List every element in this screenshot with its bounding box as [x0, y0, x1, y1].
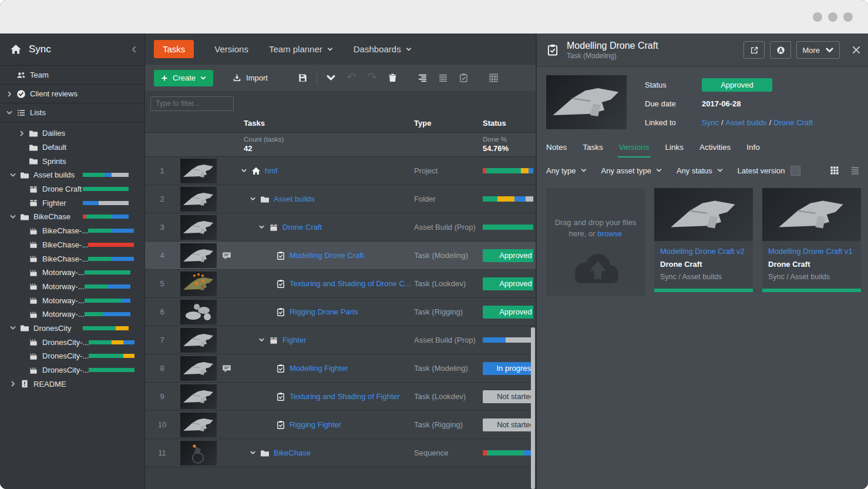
table-row[interactable]: 11BikeChaseSequence — [145, 439, 536, 467]
row-link[interactable]: Modelling Drone Craft — [290, 251, 364, 260]
grid-dots-icon[interactable] — [830, 166, 839, 175]
row-link[interactable]: Asset builds — [274, 195, 315, 203]
tab-team-planner[interactable]: Team planner — [269, 44, 333, 54]
version-title-link[interactable]: Modelling Drone Craft v1 — [768, 247, 855, 256]
redo-icon[interactable]: ↷ — [367, 73, 377, 83]
sidebar-item-bikechase-[interactable]: BikeChase-... — [0, 238, 144, 252]
table-row[interactable]: 5Texturing and Shading of Drone C...Task… — [145, 270, 536, 298]
sidebar-item-asset-builds[interactable]: Asset builds — [0, 168, 144, 182]
sidebar-item-bikechase-[interactable]: BikeChase-... — [0, 252, 144, 266]
panel-tab-notes[interactable]: Notes — [546, 143, 567, 158]
chevron-down-icon[interactable] — [6, 109, 16, 116]
row-link[interactable]: Drone Craft — [282, 223, 322, 232]
row-thumbnail[interactable] — [180, 328, 217, 353]
panel-tab-links[interactable]: Links — [665, 143, 684, 158]
column-header-status[interactable]: Status — [483, 119, 506, 128]
open-in-new-button[interactable] — [743, 41, 765, 59]
status-badge[interactable]: In progress — [483, 362, 533, 375]
sidebar-item-dronescity-[interactable]: DronesCity-... — [0, 363, 144, 377]
sidebar-item-readme[interactable]: README — [0, 377, 144, 391]
chevron-down-icon[interactable] — [9, 213, 20, 220]
tab-dashboards[interactable]: Dashboards — [354, 44, 412, 54]
sidebar-item-sprints[interactable]: Sprints — [0, 154, 144, 168]
row-thumbnail[interactable] — [180, 384, 217, 409]
table-grid-icon[interactable] — [489, 73, 499, 83]
table-row[interactable]: 8Modelling FighterTask (Modeling)In prog… — [145, 354, 536, 383]
table-row[interactable]: 1hmfProject — [145, 157, 536, 185]
row-link[interactable]: Texturing and Shading of Fighter — [290, 392, 400, 401]
panel-tab-info[interactable]: Info — [746, 143, 760, 158]
more-button[interactable]: More — [796, 41, 840, 59]
sidebar-item-default[interactable]: Default — [0, 140, 144, 155]
row-link[interactable]: Modelling Fighter — [290, 364, 348, 373]
undo-icon[interactable]: ↶ — [346, 73, 356, 83]
chevron-down-icon[interactable] — [258, 337, 265, 343]
panel-tab-versions[interactable]: Versions — [619, 143, 650, 158]
breadcrumb-link[interactable]: Drone Craft — [773, 118, 813, 127]
table-row[interactable]: 2Asset buildsFolder — [145, 185, 536, 213]
status-badge[interactable]: Approved — [483, 306, 533, 319]
chevron-right-icon[interactable] — [18, 130, 29, 137]
filter-dropdown-any-type[interactable]: Any type — [546, 166, 587, 175]
row-thumbnail[interactable] — [180, 159, 217, 183]
sidebar-collapse-icon[interactable] — [130, 46, 137, 53]
comment-icon[interactable] — [221, 250, 232, 261]
row-thumbnail[interactable] — [180, 441, 217, 465]
sidebar-item-motorway-[interactable]: Motorway-... — [0, 293, 144, 307]
sidebar-item-dailies[interactable]: Dailies — [0, 126, 144, 140]
table-row[interactable]: 6Rigging Drone PartsTask (Rigging)Approv… — [145, 298, 536, 326]
filter-dropdown-any-status[interactable]: Any status — [677, 166, 723, 175]
row-thumbnail[interactable] — [180, 300, 217, 324]
table-row[interactable]: 4Modelling Drone CraftTask (Modeling)App… — [145, 242, 536, 270]
sidebar-item-lists[interactable]: Lists — [0, 103, 144, 122]
justify-lines-icon[interactable] — [438, 73, 448, 83]
chevron-down-icon[interactable] — [250, 196, 256, 202]
row-thumbnail[interactable] — [180, 413, 217, 437]
chevron-down-icon[interactable] — [9, 324, 20, 331]
row-link[interactable]: hmf — [265, 166, 278, 175]
version-title-link[interactable]: Modelling Drone Craft v2 — [660, 247, 747, 256]
auto-update-button[interactable] — [770, 41, 791, 59]
latest-version-toggle[interactable]: Latest version — [738, 166, 800, 176]
version-card[interactable]: Modelling Drone Craft v1Drone CraftSync … — [762, 188, 861, 292]
row-thumbnail[interactable] — [180, 272, 217, 296]
chevron-down-icon[interactable] — [241, 168, 247, 174]
row-link[interactable]: Rigging Fighter — [290, 420, 341, 429]
sidebar-item-client-reviews[interactable]: Client reviews — [0, 85, 144, 103]
sidebar-item-dronescity[interactable]: DronesCity — [0, 321, 144, 336]
row-thumbnail[interactable] — [180, 356, 217, 381]
table-row[interactable]: 7FighterAsset Build (Prop) — [145, 326, 536, 354]
chevron-down-icon[interactable] — [258, 224, 265, 230]
status-badge[interactable]: Approved — [483, 249, 533, 262]
vertical-scrollbar[interactable] — [531, 327, 535, 489]
status-badge[interactable]: Not started — [483, 418, 533, 431]
task-thumbnail[interactable] — [546, 75, 627, 129]
comment-icon[interactable] — [221, 363, 232, 374]
sidebar-item-dronescity-[interactable]: DronesCity-... — [0, 349, 144, 363]
window-control-dot[interactable] — [828, 12, 837, 22]
close-panel-icon[interactable] — [852, 45, 861, 55]
trash-icon[interactable] — [388, 73, 398, 83]
sidebar-item-bikechase-[interactable]: BikeChase-... — [0, 224, 144, 238]
panel-tab-tasks[interactable]: Tasks — [583, 143, 603, 158]
chevron-down-icon[interactable] — [9, 172, 20, 179]
sidebar-item-motorway-[interactable]: Motorway-... — [0, 307, 144, 321]
table-row[interactable]: 3Drone CraftAsset Build (Prop) — [145, 213, 536, 242]
version-thumbnail[interactable] — [654, 188, 753, 241]
window-control-dot[interactable] — [813, 12, 822, 22]
chevron-down-icon[interactable] — [250, 450, 256, 456]
filter-input[interactable] — [150, 96, 234, 111]
sidebar-item-fighter[interactable]: Fighter — [0, 196, 144, 210]
status-badge[interactable]: Not started — [483, 390, 533, 403]
tab-versions[interactable]: Versions — [214, 44, 248, 54]
clipboard-check-icon[interactable] — [459, 73, 469, 83]
list-lines-icon[interactable] — [850, 166, 860, 175]
browse-link[interactable]: browse — [597, 229, 622, 238]
caret-down-icon[interactable] — [326, 73, 336, 83]
save-icon[interactable] — [298, 73, 308, 83]
latest-version-checkbox[interactable] — [790, 166, 800, 176]
sidebar-item-motorway-[interactable]: Motorway-... — [0, 266, 144, 280]
import-button[interactable]: Import — [229, 73, 271, 83]
indent-lines-icon[interactable] — [418, 73, 428, 83]
version-thumbnail[interactable] — [762, 188, 861, 241]
